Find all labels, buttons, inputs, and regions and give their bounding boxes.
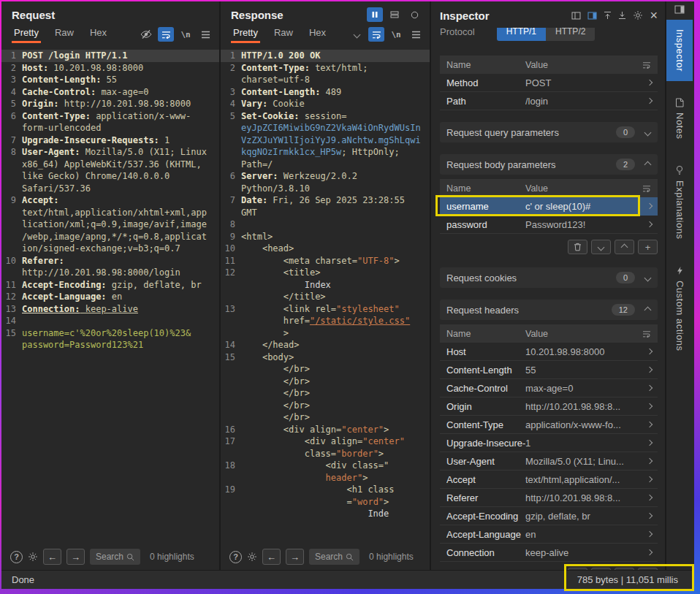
code-line[interactable]: </br> <box>221 411 430 424</box>
code-line[interactable]: 13Connection: keep-alive <box>1 303 219 316</box>
side-tab-notes[interactable]: Notes <box>666 88 693 148</box>
code-line[interactable]: 8User-Agent: Mozilla/5.0 (X11; Linux x86… <box>1 146 219 194</box>
request-view-tab[interactable]: Raw <box>47 23 82 44</box>
inspector-row[interactable]: Accepttext/html,application/... <box>440 471 658 489</box>
section-request-cookies[interactable]: Request cookies0 <box>440 267 658 288</box>
code-line[interactable]: 7Upgrade-Insecure-Requests: 1 <box>1 134 219 147</box>
inspector-row[interactable]: MethodPOST <box>440 74 658 92</box>
code-line[interactable]: 15username=c'%20or%20sleep(10)%23&​passw… <box>1 327 219 351</box>
prev-match-button[interactable]: ← <box>43 549 61 565</box>
inspector-row[interactable]: Content-Typeapplication/x-www-fo... <box>440 416 658 434</box>
code-line[interactable]: 12Accept-Language: en <box>1 291 219 303</box>
code-line[interactable]: href="/static/style.css" <box>221 315 430 327</box>
code-line[interactable]: 13 <link rel="stylesheet" <box>221 303 430 316</box>
prev-match-button[interactable]: ← <box>262 549 281 565</box>
code-line[interactable]: </title> <box>221 291 430 303</box>
inspector-row[interactable]: Upgrade-Insecure-Re...1 <box>440 434 658 452</box>
side-tab-inspector[interactable]: Inspector <box>666 20 693 81</box>
code-line[interactable]: 14 </head> <box>221 339 430 351</box>
delete-menu-button[interactable] <box>591 240 611 254</box>
code-line[interactable]: 6Server: Werkzeug/2.0.2 Python/3.8.10 <box>221 170 430 194</box>
pause-icon[interactable] <box>367 7 383 22</box>
code-line[interactable]: 1HTTP/1.0 200 OK <box>221 50 430 62</box>
code-line[interactable]: 8 <box>221 218 430 231</box>
horizontal-layout-icon[interactable] <box>387 7 403 22</box>
http1-button[interactable]: HTTP/1 <box>497 28 546 41</box>
code-line[interactable]: 14 <box>1 315 219 327</box>
inspector-row[interactable]: Cache-Controlmax-age=0 <box>440 379 658 397</box>
more-tabs-chevron-icon[interactable] <box>349 27 365 42</box>
response-view-tab[interactable]: Hex <box>301 23 334 44</box>
eye-slash-icon[interactable] <box>138 27 154 42</box>
code-line[interactable]: 4Vary: Cookie <box>221 98 430 110</box>
code-line[interactable]: 18 <div class=" <box>221 460 430 472</box>
code-line[interactable]: > <box>221 327 430 340</box>
response-view-tab[interactable]: Pretty <box>225 23 266 44</box>
code-line[interactable]: 5Origin: http://10.201.98.98:8000 <box>1 98 219 110</box>
code-line[interactable]: 2Content-Type: text/html; charset=utf-8 <box>221 62 430 86</box>
request-editor[interactable]: 1POST /login HTTP/1.12Host: 10.201.98.98… <box>1 44 219 544</box>
search-settings-gear-icon[interactable] <box>247 552 257 562</box>
next-match-button[interactable]: → <box>286 549 304 565</box>
word-wrap-icon[interactable] <box>158 27 174 42</box>
code-line[interactable]: 19 <h1 class <box>221 484 430 496</box>
wrap-icon[interactable] <box>642 185 651 192</box>
delete-row-button[interactable] <box>568 240 587 254</box>
code-line[interactable]: header"> <box>221 472 430 484</box>
side-tab-explanations[interactable]: Explanations <box>666 156 693 248</box>
inspector-row[interactable]: Content-Length55 <box>440 361 658 379</box>
code-line[interactable]: 12 <title> <box>221 267 430 279</box>
code-line[interactable]: 9<html> <box>221 231 430 243</box>
wrap-icon[interactable] <box>642 330 651 338</box>
inspector-row[interactable]: Accept-Languageen <box>440 525 658 544</box>
code-line[interactable]: Inde <box>221 508 430 520</box>
dock-right-icon[interactable] <box>674 5 685 14</box>
close-inspector-icon[interactable]: × <box>650 9 658 22</box>
add-row-button[interactable]: + <box>638 240 658 254</box>
pane-left-icon[interactable] <box>571 12 581 20</box>
code-line[interactable]: </br> <box>221 400 430 412</box>
code-line[interactable]: 3Content-Length: 489 <box>221 86 430 99</box>
search-input[interactable]: Search <box>90 549 140 565</box>
code-line[interactable]: 7Date: Fri, 26 Sep 2025 23:28:55 GMT <box>221 194 430 218</box>
next-match-button[interactable]: → <box>66 549 85 565</box>
code-line[interactable]: 3Content-Length: 55 <box>1 74 219 86</box>
code-line[interactable]: ="word"> <box>221 496 430 509</box>
pane-right-icon[interactable] <box>587 12 597 20</box>
collapse-rows-button[interactable] <box>615 240 634 254</box>
inspector-row[interactable]: Refererhttp://10.201.98.98:8... <box>440 489 658 507</box>
code-line[interactable]: 9Accept: text/html,application/xhtml+xml… <box>1 194 219 255</box>
inspector-row[interactable]: Connectionkeep-alive <box>440 544 658 562</box>
inspector-row[interactable]: User-AgentMozilla/5.0 (X11; Linu... <box>440 452 658 471</box>
wrap-icon[interactable] <box>642 61 651 69</box>
code-line[interactable]: 15 <body> <box>221 351 430 364</box>
code-line[interactable]: </br> <box>221 387 430 400</box>
newline-toggle-icon[interactable]: \n <box>178 27 194 42</box>
side-tab-custom-actions[interactable]: Custom actions <box>666 256 693 361</box>
code-line[interactable]: 17 <div align="center" <box>221 435 430 448</box>
code-line[interactable]: 10 <head> <box>221 243 430 255</box>
inspector-row[interactable]: usernamec' or sleep(10)# <box>440 197 658 216</box>
request-view-tab[interactable]: Pretty <box>6 23 47 44</box>
code-line[interactable]: 11Accept-Encoding: gzip, deflate, br <box>1 279 219 292</box>
inspector-row[interactable]: passwordPassword123! <box>440 216 658 234</box>
section-request-query-parameters[interactable]: Request query parameters0 <box>440 122 658 142</box>
code-line[interactable]: class="border"> <box>221 448 430 460</box>
inspector-row[interactable]: Host10.201.98.98:8000 <box>440 343 658 361</box>
code-line[interactable]: 11 <meta charset="UTF-8"> <box>221 255 430 267</box>
http2-button[interactable]: HTTP/2 <box>546 28 595 41</box>
code-line[interactable]: 10Referer: http://10.201.98.98:8000/logi… <box>1 255 219 279</box>
newline-toggle-icon[interactable]: \n <box>388 27 404 42</box>
code-line[interactable]: </br> <box>221 376 430 388</box>
code-line[interactable]: 6Content-Type: application/x-www-form-ur… <box>1 110 219 134</box>
code-line[interactable]: </br> <box>221 363 430 376</box>
code-line[interactable]: Index <box>221 279 430 292</box>
code-line[interactable]: 5Set-Cookie: session=​eyJpZCI6MiwibG9nZ2… <box>221 110 430 171</box>
section-request-headers[interactable]: Request headers12 <box>440 300 658 320</box>
response-editor[interactable]: 1HTTP/1.0 200 OK2Content-Type: text/html… <box>221 44 430 544</box>
collapse-all-icon[interactable] <box>604 11 612 20</box>
search-input[interactable]: Search <box>309 549 359 565</box>
inspector-row[interactable]: Path/login <box>440 92 658 110</box>
section-request-body-parameters[interactable]: Request body parameters2 <box>440 154 658 175</box>
help-icon[interactable]: ? <box>229 551 242 563</box>
